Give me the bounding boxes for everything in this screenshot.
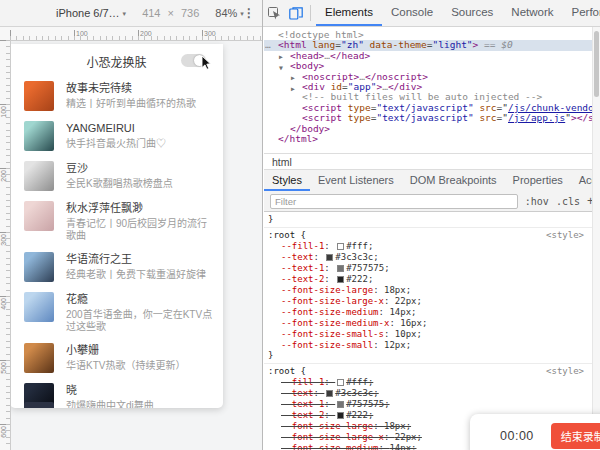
tab-console[interactable]: Console — [382, 0, 442, 26]
list-item[interactable]: 秋水浮萍任飘渺青春记忆丨90后校园岁月的流行歌曲 — [10, 196, 223, 247]
property-value: #222; — [346, 410, 373, 420]
color-swatch[interactable] — [326, 390, 333, 397]
css-declaration[interactable]: --text-2: #222; — [268, 275, 586, 284]
property-name: --text-2 — [281, 410, 324, 420]
code-token: src — [479, 102, 496, 113]
list-item[interactable]: 豆沙全民K歌翻唱热歌榜盘点 — [10, 156, 223, 196]
list-item[interactable]: 华语流行之王经典老歌丨免费下载重温好旋律 — [10, 247, 223, 287]
css-rule: :root {<style>--fill-1: #fff;--text: #3c… — [264, 228, 592, 364]
property-value: 18px; — [384, 285, 411, 295]
playlist-title: 花瘾 — [66, 292, 213, 306]
tab-performance[interactable]: Performance — [563, 0, 600, 26]
ruler-label: 200 — [140, 30, 152, 37]
scrollbar-thumb[interactable] — [594, 31, 599, 97]
rule-selector[interactable]: :root {<style> — [268, 231, 586, 240]
property-name: --font-size-large-x — [281, 432, 384, 442]
css-declaration[interactable]: --font-size-small: 12px; — [268, 341, 586, 350]
ruler-label: 300 — [0, 234, 7, 246]
code-token: == $0 — [478, 39, 512, 50]
playlist-list: 故事未完待续精选丨好听到单曲循环的热歌YANGMEIRUI快手抖音最火热门曲♡豆… — [10, 72, 223, 408]
colon: : — [324, 274, 335, 284]
chevron-down-icon: ▾ — [123, 10, 127, 17]
color-swatch[interactable] — [337, 265, 344, 272]
list-item[interactable]: 花瘾200首华语金曲，你一定在KTV点过这些歌 — [10, 287, 223, 338]
css-declaration[interactable]: --fill-1: #fff; — [268, 242, 586, 251]
css-declaration[interactable]: --font-size-large-x: 22px; — [268, 297, 586, 306]
device-select[interactable]: iPhone 6/7…▾ — [56, 7, 126, 19]
style-origin-link[interactable]: <style> — [546, 231, 584, 240]
scrollbar[interactable] — [592, 27, 600, 450]
inspect-element-icon[interactable] — [263, 1, 285, 26]
ruler-label: 500 — [0, 362, 7, 374]
tab-styles[interactable]: Styles — [264, 170, 310, 191]
playlist-subtitle: 青春记忆丨90后校园岁月的流行歌曲 — [66, 218, 213, 242]
devtools-tabs: ElementsConsoleSourcesNetworkPerformance… — [316, 0, 600, 26]
tab-network[interactable]: Network — [502, 0, 562, 26]
colon: : — [324, 377, 335, 387]
viewport-width[interactable]: 414 — [142, 7, 160, 19]
closing-brace: } — [264, 213, 592, 228]
ruler-label: 400 — [0, 298, 7, 310]
resource-link[interactable]: /js/chunk-vendors.js — [508, 102, 592, 113]
declaration-text: --font-size-large: 18px; — [281, 421, 411, 431]
css-declaration[interactable]: --text: #3c3c3c; — [268, 389, 586, 398]
toggle-hover-state-button[interactable]: :hov — [525, 196, 549, 207]
more-options-icon[interactable]: ⋮ — [243, 6, 255, 20]
css-declaration[interactable]: --fill-1: #fff; — [268, 378, 586, 387]
tab-properties[interactable]: Properties — [505, 170, 571, 191]
mouse-cursor-icon — [201, 56, 213, 71]
colon: : — [314, 388, 325, 398]
color-swatch[interactable] — [337, 243, 344, 250]
css-declaration[interactable]: --text-1: #757575; — [268, 264, 586, 273]
closing-brace: } — [268, 351, 586, 360]
list-item[interactable]: 小攀姗华语KTV热歌（持续更新） — [10, 338, 223, 378]
elements-tree: <!doctype html>…<html lang="zh" data-the… — [264, 27, 592, 156]
property-name: --font-size-small-s — [281, 329, 384, 339]
declaration-text: --font-size-small: 12px; — [281, 340, 411, 350]
playlist-subtitle: 快手抖音最火热门曲♡ — [66, 138, 213, 150]
filter-input[interactable] — [270, 194, 518, 209]
color-swatch[interactable] — [337, 379, 344, 386]
style-origin-link[interactable]: <style> — [546, 367, 584, 376]
property-value: #fff; — [346, 241, 373, 251]
color-swatch[interactable] — [326, 254, 333, 261]
list-item[interactable]: 故事未完待续精选丨好听到单曲循环的热歌 — [10, 76, 223, 116]
css-declaration[interactable]: --font-size-small-s: 10px; — [268, 330, 586, 339]
emulation-toolbar: iPhone 6/7…▾ 414 × 736 84%▾ ⋮ — [0, 0, 262, 27]
code-token: type — [348, 102, 371, 113]
color-swatch[interactable] — [337, 401, 344, 408]
toggle-class-button[interactable]: .cls — [556, 196, 580, 207]
colon: : — [324, 410, 335, 420]
property-name: --font-size-small — [281, 340, 373, 350]
tab-dom-breakpoints[interactable]: DOM Breakpoints — [402, 170, 505, 191]
list-item[interactable]: YANGMEIRUI快手抖音最火热门曲♡ — [10, 116, 223, 156]
color-swatch[interactable] — [337, 412, 344, 419]
emulated-page: 小恐龙换肤 故事未完待续精选丨好听到单曲循环的热歌YANGMEIRUI快手抖音最… — [10, 40, 262, 450]
tab-sources[interactable]: Sources — [442, 0, 502, 26]
property-name: --font-size-large — [281, 421, 373, 431]
zoom-select[interactable]: 84%▾ — [215, 7, 244, 19]
css-declaration[interactable]: --font-size-large: 18px; — [268, 286, 586, 295]
color-swatch[interactable] — [337, 276, 344, 283]
dom-tree-row[interactable]: </html> — [264, 134, 592, 144]
list-item-text: 秋水浮萍任飘渺青春记忆丨90后校园岁月的流行歌曲 — [66, 201, 213, 242]
viewport-height[interactable]: 736 — [181, 7, 199, 19]
css-declaration[interactable]: --font-size-medium: 14px; — [268, 308, 586, 317]
code-token: "text/javascript" — [376, 102, 473, 113]
css-declaration[interactable]: --text-1: #757575; — [268, 400, 586, 409]
rule-selector[interactable]: :root {<style> — [268, 367, 586, 376]
screen-recorder-overlay: 00:00 结束录制 — [470, 414, 600, 450]
resource-link[interactable]: /js/app.js — [508, 112, 565, 123]
tab-event-listeners[interactable]: Event Listeners — [310, 170, 402, 191]
css-declaration[interactable]: --font-size-medium-x: 16px; — [268, 319, 586, 328]
stop-recording-button[interactable]: 结束录制 — [551, 423, 600, 449]
playlist-title: 晓 — [66, 383, 213, 397]
device-toolbar-icon[interactable] — [285, 1, 307, 26]
declaration-text: --text-1: #757575; — [281, 399, 390, 409]
css-declaration[interactable]: --text: #3c3c3c; — [268, 253, 586, 262]
playlist-cover — [24, 252, 54, 282]
tab-elements[interactable]: Elements — [316, 0, 382, 26]
ruler-label: 100 — [0, 106, 7, 118]
breadcrumb-item-html[interactable]: html — [272, 156, 292, 168]
code-token: <script — [302, 112, 342, 123]
